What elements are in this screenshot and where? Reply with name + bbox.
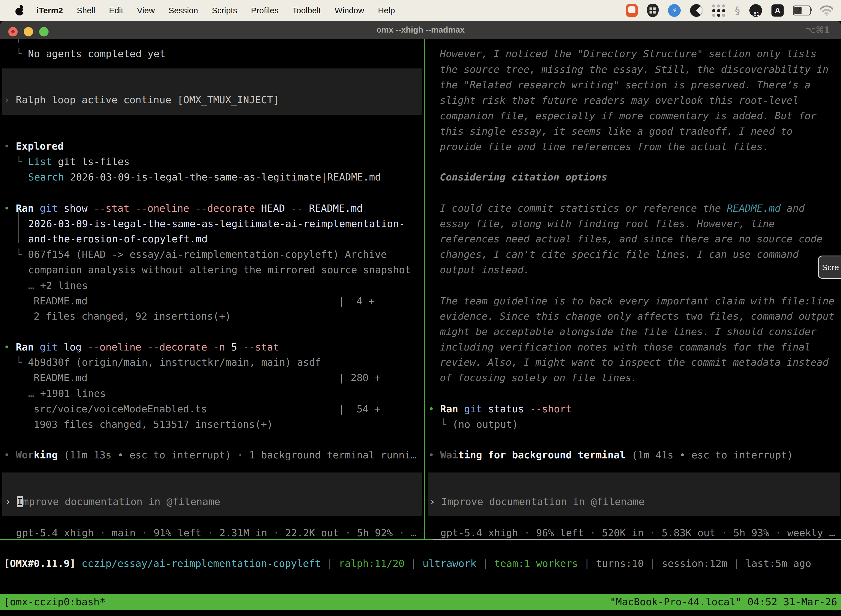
input-source-icon[interactable]: A xyxy=(771,4,784,16)
menu-item-session[interactable]: Session xyxy=(168,6,198,15)
squiggle-icon[interactable]: § xyxy=(735,4,740,16)
tmux-session-label: [omx-cczip0:bash* xyxy=(4,594,105,610)
screen-share-tab[interactable]: Scre xyxy=(818,255,841,279)
window-shortcut-badge: ⌥⌘1 xyxy=(806,21,830,39)
menu-item-profiles[interactable]: Profiles xyxy=(251,6,278,15)
menu-item-scripts[interactable]: Scripts xyxy=(212,6,237,15)
menu-item-toolbelt[interactable]: Toolbelt xyxy=(293,6,321,15)
screen: iTerm2ShellEditViewSessionScriptsProfile… xyxy=(0,0,841,616)
gauge-icon[interactable]: .61 xyxy=(749,4,762,17)
dark-wedge-icon[interactable] xyxy=(690,4,703,17)
tmux-status-bar: [omx-cczip0:bash* "MacBook-Pro-44.local"… xyxy=(0,594,841,610)
tmux-host-clock: "MacBook-Pro-44.local" 04:52 31-Mar-26 xyxy=(610,594,837,610)
omx-status-line: [OMX#0.11.9] cczip/essay/ai-reimplementa… xyxy=(0,39,841,616)
terminal-line: [OMX#0.11.9] cczip/essay/ai-reimplementa… xyxy=(4,555,811,572)
menubar-status-icons: ⚡ § .61 A ⚡ xyxy=(626,0,833,21)
charging-bolt-icon: ⚡ xyxy=(798,5,803,14)
apple-menu-icon[interactable] xyxy=(15,5,24,16)
menu-item-iterm2[interactable]: iTerm2 xyxy=(37,6,63,15)
wifi-icon[interactable] xyxy=(820,5,833,16)
menu-items: iTerm2ShellEditViewSessionScriptsProfile… xyxy=(37,6,395,15)
shield-grid-icon[interactable] xyxy=(647,4,659,17)
menu-item-shell[interactable]: Shell xyxy=(77,6,95,15)
menu-item-window[interactable]: Window xyxy=(335,6,364,15)
menu-item-edit[interactable]: Edit xyxy=(109,6,123,15)
menu-item-help[interactable]: Help xyxy=(378,6,395,15)
window-title-bar: omx --xhigh --madmax ⌥⌘1 xyxy=(0,21,841,39)
blue-badge-icon[interactable]: ⚡ xyxy=(668,4,681,17)
menu-item-view[interactable]: View xyxy=(137,6,155,15)
chat-bubble-icon[interactable] xyxy=(626,4,638,17)
dots-grid-icon[interactable] xyxy=(712,4,725,17)
terminal-content: └ No agents completed yet› Ralph loop ac… xyxy=(0,39,841,616)
battery-icon[interactable]: ⚡ xyxy=(793,6,811,15)
macos-menu-bar: iTerm2ShellEditViewSessionScriptsProfile… xyxy=(0,0,841,21)
window-title: omx --xhigh --madmax xyxy=(0,21,841,39)
